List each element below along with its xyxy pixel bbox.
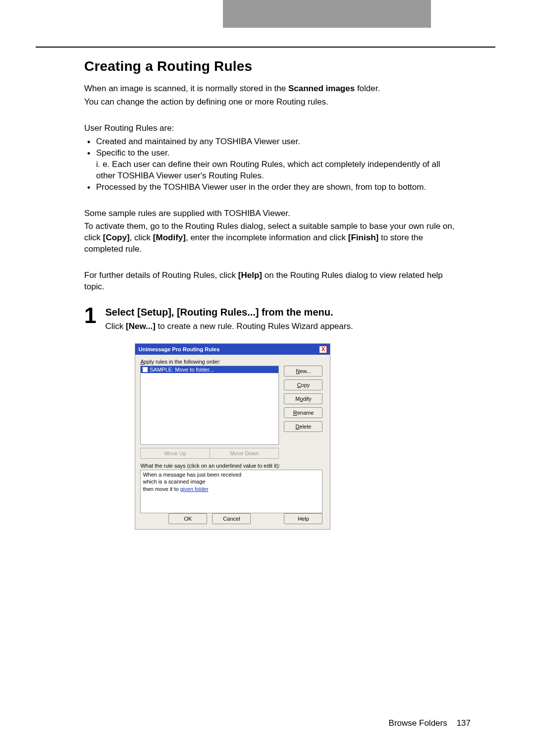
desc-line: then move it to given folder <box>143 486 320 492</box>
step-body: Select [Setup], [Routing Rules...] from … <box>105 307 461 530</box>
accelerator: N <box>296 368 300 374</box>
copy-button[interactable]: Copy <box>284 379 322 390</box>
text: pply rules in the following order: <box>144 359 221 365</box>
text: When an image is scanned, it is normally… <box>84 84 288 93</box>
rules-list-item-selected[interactable]: SAMPLE: Move to folder... <box>141 366 278 373</box>
rule-description-label: What the rule says (click on an underlin… <box>140 463 325 469</box>
text: n <box>256 450 259 456</box>
content-area: Creating a Routing Rules When an image i… <box>84 58 461 530</box>
dialog-footer: OK Cancel Help <box>140 513 322 524</box>
text: Move <box>164 450 179 456</box>
bold-text: [Modify] <box>153 233 186 242</box>
rules-listbox[interactable]: SAMPLE: Move to folder... <box>140 366 279 445</box>
step-block: 1 Select [Setup], [Routing Rules...] fro… <box>84 307 461 530</box>
step-title: Select [Setup], [Routing Rules...] from … <box>105 307 461 318</box>
horizontal-rule <box>36 47 495 48</box>
text: Specific to the user. <box>96 148 169 158</box>
close-icon[interactable]: X <box>319 346 327 353</box>
bullet-list: Created and maintained by any TOSHIBA Vi… <box>84 136 461 193</box>
help-button[interactable]: Help <box>284 513 322 524</box>
footer-page-number: 137 <box>457 718 471 728</box>
text: elete <box>300 424 312 430</box>
intro-paragraph-1: When an image is scanned, it is normally… <box>84 83 461 95</box>
dialog-row: SAMPLE: Move to folder... New... Copy Mo… <box>140 366 325 445</box>
help-paragraph: For further details of Routing Rules, cl… <box>84 270 461 293</box>
bullet-item: Created and maintained by any TOSHIBA Vi… <box>84 136 461 148</box>
bullet-subtext: i. e. Each user can define their own Rou… <box>96 159 461 182</box>
accelerator: w <box>252 450 256 456</box>
text: then move it to <box>143 486 180 492</box>
list-item-label: SAMPLE: Move to folder... <box>150 367 214 373</box>
apply-rules-label: Apply rules in the following order: <box>140 359 325 365</box>
ok-button[interactable]: OK <box>168 513 207 524</box>
given-folder-link[interactable]: given folder <box>180 486 209 492</box>
move-up-button[interactable]: Move Up <box>140 448 210 459</box>
intro-paragraph-2: You can change the action by defining on… <box>84 97 461 108</box>
dialog-title-text: Unimessage Pro Routing Rules <box>138 344 219 355</box>
bold-text: [New...] <box>126 322 156 331</box>
new-button[interactable]: New... <box>284 366 322 377</box>
text: ew... <box>300 368 311 374</box>
bold-text: [Copy] <box>103 233 130 242</box>
dialog-titlebar[interactable]: Unimessage Pro Routing Rules X <box>135 344 330 355</box>
bold-text: [Finish] <box>348 233 378 242</box>
text: , enter the incomplete information and c… <box>186 233 348 242</box>
routing-rules-dialog: Unimessage Pro Routing Rules X Apply rul… <box>135 343 330 530</box>
accelerator: R <box>293 410 297 416</box>
dialog-body: Apply rules in the following order: SAMP… <box>135 355 330 529</box>
text: For further details of Routing Rules, cl… <box>84 270 238 280</box>
desc-line: which is a scanned image <box>143 478 320 485</box>
step-text: Click [New...] to create a new rule. Rou… <box>105 321 461 332</box>
text: ename <box>297 410 314 416</box>
accelerator: U <box>179 450 183 456</box>
sample-paragraph-2: To activate them, go to the Routing Rule… <box>84 221 461 255</box>
text: opy <box>301 382 310 388</box>
bold-text: [Help] <box>238 270 262 280</box>
move-buttons-row: Move Up Move Down <box>140 448 279 459</box>
bold-text: Scanned images <box>288 84 355 93</box>
accelerator: C <box>297 382 301 388</box>
text: , click <box>130 233 153 242</box>
bullet-item: Processed by the TOSHIBA Viewer user in … <box>84 182 461 193</box>
text: Click <box>105 322 126 331</box>
text: dify <box>303 396 312 402</box>
checkbox-icon[interactable] <box>143 367 148 372</box>
footer-section: Browse Folders <box>389 718 447 728</box>
header-tab <box>223 0 431 28</box>
accelerator: D <box>296 424 300 430</box>
delete-button[interactable]: Delete <box>284 421 322 432</box>
rules-label: User Routing Rules are: <box>84 123 461 134</box>
page-footer: Browse Folders 137 <box>389 718 471 728</box>
text: Move Do <box>230 450 252 456</box>
step-number: 1 <box>84 305 96 326</box>
modify-button[interactable]: Modify <box>284 393 322 404</box>
bullet-item: Specific to the user. i. e. Each user ca… <box>84 148 461 182</box>
cancel-button[interactable]: Cancel <box>212 513 251 524</box>
document-page: Creating a Routing Rules When an image i… <box>0 0 535 756</box>
move-down-button[interactable]: Move Down <box>210 448 279 459</box>
text: to create a new rule. Routing Rules Wiza… <box>156 322 353 331</box>
accelerator: A <box>140 359 144 365</box>
rule-description-box[interactable]: When a message has just been received wh… <box>140 470 322 513</box>
text: p <box>183 450 186 456</box>
button-column: New... Copy Modify Rename Delete <box>284 366 322 445</box>
text: folder. <box>355 84 380 93</box>
desc-line: When a message has just been received <box>143 471 320 478</box>
page-title: Creating a Routing Rules <box>84 58 461 74</box>
rename-button[interactable]: Rename <box>284 407 322 418</box>
sample-paragraph-1: Some sample rules are supplied with TOSH… <box>84 208 461 219</box>
